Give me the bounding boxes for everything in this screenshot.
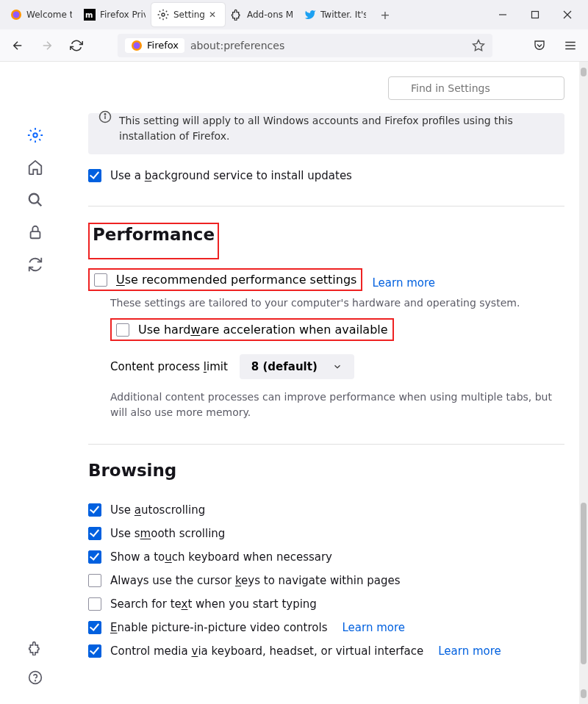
- sidebar-extensions-icon[interactable]: [26, 639, 44, 657]
- pip-learn-more-link[interactable]: Learn more: [342, 621, 405, 634]
- autoscroll-label: Use autoscrolling: [110, 503, 205, 517]
- sidebar-sync-icon[interactable]: [26, 256, 44, 273]
- chevron-down-icon: [332, 362, 343, 372]
- scroll-down-arrow[interactable]: [581, 689, 587, 698]
- firefox-icon: [10, 9, 22, 21]
- maximize-button[interactable]: [528, 7, 542, 22]
- smooth-scroll-label: Use smooth scrolling: [110, 527, 225, 540]
- minimize-button[interactable]: [495, 7, 510, 22]
- hw-accel-label: Use hardware acceleration when available: [138, 323, 388, 337]
- svg-point-15: [33, 133, 37, 137]
- window-controls: [495, 7, 584, 22]
- process-limit-select[interactable]: 8 (default): [240, 354, 354, 379]
- tab-label: Firefox Priv: [100, 10, 146, 20]
- touch-kb-label: Show a touch keyboard when necessary: [110, 550, 332, 564]
- separator: [88, 444, 564, 445]
- autoscroll-checkbox[interactable]: [88, 503, 101, 517]
- tab-label: Welcome t: [26, 10, 72, 20]
- cursor-keys-label: Always use the cursor keys to navigate w…: [110, 574, 400, 587]
- app-menu-icon[interactable]: [560, 35, 581, 56]
- tab-privacy[interactable]: m Firefox Priv: [78, 3, 151, 26]
- twitter-icon: [304, 9, 316, 21]
- process-limit-row: Content process limit 8 (default): [110, 354, 564, 379]
- close-window-button[interactable]: [560, 7, 575, 22]
- sidebar-privacy-icon[interactable]: [26, 223, 44, 241]
- info-icon: [98, 110, 112, 123]
- bg-service-label: Use a background service to install upda…: [110, 169, 352, 182]
- search-text-label: Search for text when you start typing: [110, 597, 317, 611]
- settings-main: This setting will apply to all Windows a…: [71, 62, 579, 704]
- identity-box[interactable]: Firefox: [125, 38, 184, 53]
- pocket-icon[interactable]: [529, 35, 550, 56]
- scroll-up-arrow[interactable]: [581, 68, 587, 76]
- sidebar-home-icon[interactable]: [26, 159, 44, 176]
- scroll-thumb[interactable]: [581, 503, 587, 664]
- forward-button[interactable]: [37, 35, 57, 56]
- svg-point-16: [29, 194, 39, 204]
- tab-welcome[interactable]: Welcome t: [4, 3, 78, 26]
- sidebar-search-icon[interactable]: [26, 191, 44, 209]
- scrollbar[interactable]: [579, 62, 588, 704]
- search-text-checkbox[interactable]: [88, 597, 101, 611]
- url-bar[interactable]: Firefox about:preferences: [118, 34, 492, 57]
- puzzle-icon: [231, 9, 243, 21]
- url-text: about:preferences: [190, 40, 466, 51]
- firefox-icon: [131, 40, 143, 51]
- recommended-perf-checkbox[interactable]: [94, 273, 107, 287]
- svg-marker-11: [473, 40, 484, 50]
- separator: [88, 206, 564, 206]
- back-button[interactable]: [7, 35, 28, 56]
- bookmark-star-icon[interactable]: [472, 39, 485, 52]
- media-learn-more-link[interactable]: Learn more: [438, 644, 501, 658]
- pip-label: Enable picture-in-picture video controls: [110, 621, 327, 634]
- reload-button[interactable]: [66, 35, 87, 56]
- touch-kb-checkbox[interactable]: [88, 550, 101, 564]
- notice-line1: This setting will apply to all Windows a…: [119, 113, 550, 129]
- hw-accel-checkbox[interactable]: [116, 323, 129, 337]
- perf-note: Additional content processes can improve…: [110, 389, 564, 420]
- tab-addons[interactable]: Add-ons M: [225, 3, 298, 26]
- process-limit-label: Content process limit: [110, 360, 228, 373]
- svg-point-10: [134, 42, 140, 49]
- tab-label: Settings: [173, 10, 204, 20]
- toolbar: Firefox about:preferences: [0, 29, 588, 62]
- sidebar-help-icon[interactable]: [26, 669, 44, 686]
- toolbar-right: [529, 35, 581, 56]
- settings-sidebar: [0, 62, 71, 704]
- tab-settings[interactable]: Settings ✕: [151, 3, 225, 26]
- bg-service-checkbox[interactable]: [88, 169, 101, 182]
- process-limit-value: 8 (default): [251, 360, 318, 373]
- tab-label: Add-ons M: [247, 10, 293, 20]
- svg-text:m: m: [85, 11, 93, 19]
- tab-twitter[interactable]: Twitter. It's: [298, 3, 372, 26]
- identity-label: Firefox: [147, 40, 179, 51]
- svg-rect-6: [532, 12, 539, 18]
- media-label: Control media via keyboard, headset, or …: [110, 644, 423, 658]
- cursor-keys-checkbox[interactable]: [88, 574, 101, 587]
- info-notice: This setting will apply to all Windows a…: [88, 113, 564, 154]
- svg-rect-18: [31, 231, 40, 238]
- bg-service-row: Use a background service to install upda…: [88, 169, 564, 182]
- find-in-settings-input[interactable]: [388, 76, 564, 100]
- svg-point-20: [35, 680, 36, 681]
- gear-icon: [157, 9, 169, 21]
- browsing-heading: Browsing: [88, 461, 176, 480]
- sidebar-general-icon[interactable]: [26, 126, 44, 144]
- tab-label: Twitter. It's: [320, 10, 366, 20]
- svg-point-4: [162, 13, 165, 16]
- new-tab-button[interactable]: +: [375, 4, 395, 25]
- mozilla-icon: m: [84, 9, 96, 21]
- pip-checkbox[interactable]: [88, 621, 101, 634]
- perf-learn-more-link[interactable]: Learn more: [373, 276, 436, 290]
- media-checkbox[interactable]: [88, 644, 101, 658]
- recommended-perf-label: Use recommended performance settings: [116, 273, 356, 287]
- perf-tailored-text: These settings are tailored to your comp…: [110, 295, 564, 311]
- svg-point-1: [13, 12, 20, 18]
- smooth-scroll-checkbox[interactable]: [88, 527, 101, 540]
- tab-strip: Welcome t m Firefox Priv Settings ✕ Add-…: [0, 0, 588, 29]
- svg-line-17: [37, 202, 42, 206]
- performance-heading: Performance: [93, 225, 215, 244]
- notice-line2: installation of Firefox.: [119, 129, 550, 144]
- close-icon[interactable]: ✕: [209, 10, 219, 20]
- svg-point-25: [104, 114, 106, 115]
